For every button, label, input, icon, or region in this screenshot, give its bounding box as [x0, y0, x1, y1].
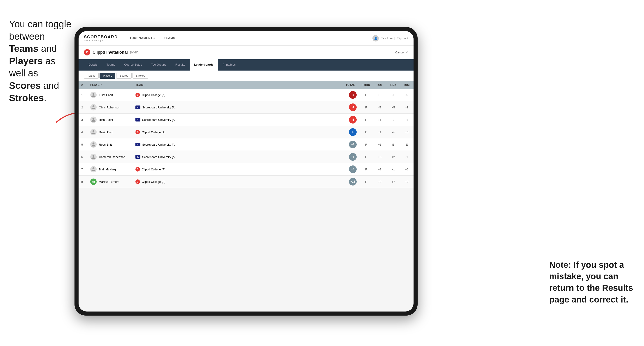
- score-bubble: -2: [349, 116, 357, 124]
- user-icon: 👤: [372, 35, 379, 41]
- rank-cell: 3: [78, 114, 88, 126]
- col-rd3: RD3: [400, 81, 414, 89]
- rd1-cell: +3: [373, 89, 386, 101]
- player-avatar: [90, 129, 96, 135]
- thru-cell: F: [359, 151, 373, 163]
- player-cell: Chris Robertson: [88, 101, 133, 114]
- table-row[interactable]: 8 MT Marcus Turners C Clippd College [A]…: [78, 175, 414, 188]
- player-avatar: [90, 92, 96, 98]
- team-badge: C: [136, 93, 140, 97]
- leaderboard-table-wrapper: # PLAYER TEAM TOTAL THRU RD1 RD2 RD3 1: [78, 81, 414, 188]
- col-rank: #: [78, 81, 88, 89]
- team-cell: SU Scoreboard University [A]: [133, 114, 341, 126]
- app-navbar: SCOREBOARD Powered by clippd TOURNAMENTS…: [78, 31, 414, 45]
- team-name: Clippd College [A]: [142, 93, 165, 97]
- team-cell: C Clippd College [A]: [133, 175, 341, 188]
- player-info: Rees Britt: [90, 141, 130, 148]
- subtab-strokes[interactable]: Strokes: [132, 73, 148, 79]
- sign-out-link[interactable]: Sign out: [397, 36, 408, 40]
- score-bubble: -4: [349, 103, 357, 111]
- rd1-cell: -5: [373, 101, 386, 114]
- rank-cell: 8: [78, 175, 88, 188]
- rd2-cell: -2: [386, 114, 400, 126]
- logo-title: SCOREBOARD: [84, 35, 118, 39]
- player-cell: Blair McHarg: [88, 163, 133, 175]
- player-avatar: [90, 154, 96, 160]
- table-row[interactable]: 2 Chris Robertson SU Scoreboard Universi…: [78, 101, 414, 114]
- player-info: Elliot Ebert: [90, 92, 130, 98]
- player-name: Rees Britt: [99, 143, 112, 146]
- team-info: C Clippd College [A]: [136, 130, 338, 134]
- player-cell: Elliot Ebert: [88, 89, 133, 101]
- rd1-cell: +5: [373, 151, 386, 163]
- tab-course-setup[interactable]: Course Setup: [120, 59, 147, 71]
- player-cell: Rees Britt: [88, 138, 133, 151]
- player-name: David Ford: [99, 131, 113, 134]
- tablet-frame: SCOREBOARD Powered by clippd TOURNAMENTS…: [74, 27, 418, 316]
- tab-tee-groups[interactable]: Tee Groups: [147, 59, 171, 71]
- rd3-cell: -1: [400, 151, 414, 163]
- player-name: Chris Robertson: [99, 106, 120, 109]
- rd2-cell: +7: [386, 175, 400, 188]
- main-tabs: Details Teams Course Setup Tee Groups Re…: [78, 59, 414, 71]
- team-cell: C Clippd College [A]: [133, 126, 341, 138]
- rd1-cell: +1: [373, 114, 386, 126]
- total-cell: +11: [341, 175, 359, 188]
- table-row[interactable]: 1 Elliot Ebert C Clippd College [A] -8 F…: [78, 89, 414, 101]
- player-cell: MT Marcus Turners: [88, 175, 133, 188]
- rd3-cell: -1: [400, 114, 414, 126]
- table-row[interactable]: 5 Rees Britt SU Scoreboard University [A…: [78, 138, 414, 151]
- subtab-scores[interactable]: Scores: [116, 73, 131, 79]
- team-badge: C: [136, 130, 140, 134]
- thru-cell: F: [359, 101, 373, 114]
- tournament-title: Clippd Invitational: [92, 50, 128, 55]
- rd1-cell: +2: [373, 175, 386, 188]
- total-cell: +6: [341, 151, 359, 163]
- tab-results[interactable]: Results: [171, 59, 190, 71]
- score-bubble: +6: [349, 166, 357, 173]
- table-row[interactable]: 7 Blair McHarg C Clippd College [A] +6 F…: [78, 163, 414, 175]
- team-cell: SU Scoreboard University [A]: [133, 151, 341, 163]
- rank-cell: 7: [78, 163, 88, 175]
- cancel-button[interactable]: Cancel ✕: [395, 51, 408, 54]
- col-rd1: RD1: [373, 81, 386, 89]
- total-cell: -8: [341, 89, 359, 101]
- tournament-name: C Clippd Invitational (Men): [84, 49, 140, 55]
- score-bubble: +6: [349, 153, 357, 161]
- team-info: C Clippd College [A]: [136, 93, 338, 97]
- table-row[interactable]: 4 David Ford C Clippd College [A] E F +1…: [78, 126, 414, 138]
- team-info: C Clippd College [A]: [136, 167, 338, 172]
- team-name: Clippd College [A]: [142, 168, 165, 171]
- table-row[interactable]: 3 Rich Butler SU Scoreboard University […: [78, 114, 414, 126]
- player-name: Cameron Robertson: [99, 155, 125, 159]
- player-name: Marcus Turners: [99, 180, 119, 183]
- sub-tabs: Teams Players Scores Strokes: [78, 71, 414, 81]
- rd2-cell: E: [386, 138, 400, 151]
- tablet-screen: SCOREBOARD Powered by clippd TOURNAMENTS…: [78, 31, 414, 312]
- tournament-logo: C: [84, 49, 90, 55]
- player-avatar: [90, 141, 96, 148]
- col-rd2: RD2: [386, 81, 400, 89]
- nav-teams[interactable]: TEAMS: [159, 31, 180, 45]
- tab-printables[interactable]: Printables: [218, 59, 240, 71]
- team-badge: C: [136, 179, 140, 184]
- subtab-players[interactable]: Players: [100, 73, 115, 79]
- right-annotation: Note: If you spot a mistake, you can ret…: [549, 259, 635, 305]
- team-cell: C Clippd College [A]: [133, 89, 341, 101]
- player-avatar: [90, 104, 96, 110]
- player-cell: David Ford: [88, 126, 133, 138]
- col-total: TOTAL: [341, 81, 359, 89]
- total-cell: -4: [341, 101, 359, 114]
- tab-details[interactable]: Details: [84, 59, 102, 71]
- table-row[interactable]: 6 Cameron Robertson SU Scoreboard Univer…: [78, 151, 414, 163]
- thru-cell: F: [359, 163, 373, 175]
- thru-cell: F: [359, 138, 373, 151]
- tab-teams[interactable]: Teams: [102, 59, 120, 71]
- player-name: Elliot Ebert: [99, 93, 113, 97]
- team-info: SU Scoreboard University [A]: [136, 155, 338, 159]
- tab-leaderboards[interactable]: Leaderboards: [190, 59, 218, 71]
- nav-tournaments[interactable]: TOURNAMENTS: [125, 31, 159, 45]
- thru-cell: F: [359, 114, 373, 126]
- team-info: SU Scoreboard University [A]: [136, 143, 338, 146]
- subtab-teams[interactable]: Teams: [84, 73, 99, 79]
